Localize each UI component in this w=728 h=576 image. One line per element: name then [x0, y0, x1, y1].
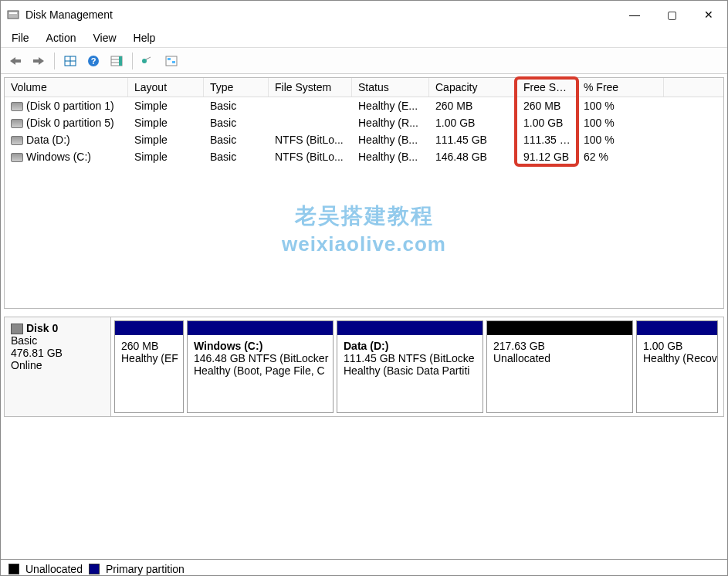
- menu-view[interactable]: View: [93, 32, 116, 44]
- legend-swatch-primary: [89, 564, 100, 574]
- legend-unallocated: Unallocated: [25, 563, 83, 575]
- disk-info[interactable]: Disk 0 Basic 476.81 GB Online: [5, 317, 111, 416]
- menu-file[interactable]: File: [12, 32, 29, 44]
- svg-rect-2: [15, 59, 21, 63]
- table-header: Volume Layout Type File System Status Ca…: [5, 78, 723, 97]
- disk-type: Basic: [11, 334, 104, 347]
- col-type[interactable]: Type: [204, 78, 269, 97]
- svg-rect-1: [9, 12, 17, 14]
- svg-rect-12: [119, 56, 122, 66]
- maximize-button[interactable]: ▢: [653, 1, 690, 29]
- col-free-space[interactable]: Free Sp...: [517, 78, 577, 97]
- minimize-button[interactable]: —: [616, 1, 653, 29]
- svg-rect-16: [172, 61, 175, 63]
- disk-size: 476.81 GB: [11, 347, 104, 359]
- partition[interactable]: Windows (C:)146.48 GB NTFS (BitLockerHea…: [187, 320, 334, 413]
- table-body: (Disk 0 partition 1)SimpleBasicHealthy (…: [5, 97, 723, 165]
- table-row[interactable]: Data (D:)SimpleBasicNTFS (BitLo...Health…: [5, 131, 723, 148]
- empty-space: [4, 417, 724, 556]
- disk-graphical-view: Disk 0 Basic 476.81 GB Online 260 MBHeal…: [4, 317, 724, 417]
- titlebar: Disk Management — ▢ ✕: [1, 1, 727, 29]
- col-volume[interactable]: Volume: [5, 78, 128, 97]
- disk-icon: [11, 324, 23, 334]
- col-filesystem[interactable]: File System: [269, 78, 352, 97]
- panel-grid-icon[interactable]: [60, 51, 80, 71]
- forward-arrow-icon[interactable]: [29, 51, 49, 71]
- back-arrow-icon[interactable]: [5, 51, 25, 71]
- watermark-line2: weixiaolive.com: [5, 232, 723, 256]
- legend-primary: Primary partition: [106, 563, 185, 575]
- content-area: Volume Layout Type File System Status Ca…: [1, 74, 727, 559]
- col-layout[interactable]: Layout: [128, 78, 204, 97]
- list-view-icon[interactable]: [138, 51, 158, 71]
- disk-state: Online: [11, 359, 104, 371]
- window-title: Disk Management: [25, 8, 113, 21]
- menubar: File Action View Help: [1, 29, 727, 48]
- disk-label: Disk 0: [26, 322, 58, 334]
- close-button[interactable]: ✕: [690, 1, 727, 29]
- partition[interactable]: 217.63 GBUnallocated: [486, 320, 633, 413]
- menu-help[interactable]: Help: [134, 32, 156, 44]
- svg-rect-3: [33, 59, 39, 63]
- toolbar: ?: [1, 48, 727, 74]
- toolbar-separator: [132, 53, 133, 69]
- table-row[interactable]: (Disk 0 partition 5)SimpleBasicHealthy (…: [5, 114, 723, 131]
- partitions: 260 MBHealthy (EFWindows (C:)146.48 GB N…: [111, 317, 723, 416]
- legend: Unallocated Primary partition: [1, 559, 727, 576]
- svg-rect-0: [8, 11, 19, 19]
- table-row[interactable]: (Disk 0 partition 1)SimpleBasicHealthy (…: [5, 97, 723, 114]
- watermark-line1: 老吴搭建教程: [5, 202, 723, 231]
- toolbar-separator: [54, 53, 55, 69]
- legend-swatch-unallocated: [8, 564, 19, 574]
- col-capacity[interactable]: Capacity: [429, 78, 517, 97]
- col-status[interactable]: Status: [352, 78, 429, 97]
- col-pct-free[interactable]: % Free: [577, 78, 664, 97]
- volume-table: Volume Layout Type File System Status Ca…: [4, 77, 724, 309]
- table-view-icon[interactable]: [107, 51, 127, 71]
- partition[interactable]: 260 MBHealthy (EF: [114, 320, 184, 413]
- partition[interactable]: 1.00 GBHealthy (Recov: [636, 320, 718, 413]
- menu-action[interactable]: Action: [46, 32, 76, 44]
- window-controls: — ▢ ✕: [616, 1, 727, 29]
- svg-rect-15: [168, 58, 171, 60]
- svg-text:?: ?: [91, 56, 97, 66]
- app-icon: [7, 8, 19, 21]
- help-icon[interactable]: ?: [83, 51, 103, 71]
- table-row[interactable]: Windows (C:)SimpleBasicNTFS (BitLo...Hea…: [5, 148, 723, 165]
- partition[interactable]: Data (D:)111.45 GB NTFS (BitLockeHealthy…: [337, 320, 483, 413]
- tree-view-icon[interactable]: [161, 51, 181, 71]
